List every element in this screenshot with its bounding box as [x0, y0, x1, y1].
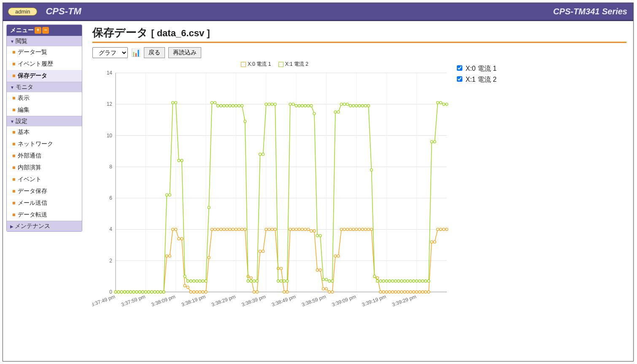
- svg-point-244: [394, 280, 397, 282]
- svg-point-59: [172, 228, 174, 230]
- svg-point-66: [193, 291, 195, 293]
- svg-point-103: [304, 228, 307, 230]
- svg-point-68: [199, 291, 201, 293]
- svg-point-259: [440, 102, 442, 104]
- svg-point-86: [253, 291, 255, 293]
- svg-point-154: [123, 291, 126, 293]
- svg-point-187: [223, 104, 225, 107]
- svg-text:14: 14: [107, 70, 113, 76]
- svg-point-204: [274, 103, 276, 105]
- svg-point-156: [130, 291, 132, 293]
- svg-point-231: [355, 104, 358, 107]
- svg-point-61: [178, 238, 180, 240]
- svg-point-203: [271, 103, 273, 105]
- svg-point-194: [244, 120, 246, 123]
- svg-point-120: [355, 228, 358, 230]
- svg-point-136: [403, 291, 406, 293]
- svg-point-225: [337, 111, 340, 113]
- svg-point-240: [382, 280, 385, 282]
- sidebar-item[interactable]: 外部通信: [7, 150, 82, 162]
- svg-point-222: [328, 280, 331, 282]
- svg-point-81: [238, 228, 240, 230]
- svg-text:8: 8: [109, 164, 112, 170]
- svg-point-246: [400, 280, 403, 282]
- svg-point-71: [208, 256, 210, 259]
- svg-point-207: [283, 280, 286, 282]
- svg-point-57: [165, 255, 168, 257]
- svg-point-198: [256, 280, 258, 282]
- svg-point-255: [427, 280, 430, 282]
- svg-point-193: [241, 104, 243, 107]
- sidebar-item[interactable]: データ保存: [7, 185, 82, 197]
- sidebar-item[interactable]: 基本: [7, 126, 82, 138]
- svg-point-190: [232, 104, 234, 107]
- page-title: 保存データ [ data_6.csv ]: [92, 25, 626, 40]
- svg-point-116: [343, 228, 345, 230]
- admin-button[interactable]: admin: [8, 8, 37, 16]
- svg-point-124: [367, 228, 370, 230]
- svg-point-158: [135, 291, 138, 293]
- svg-point-149: [443, 228, 445, 230]
- expand-all-button[interactable]: +: [35, 27, 41, 34]
- sidebar-item[interactable]: データ転送: [7, 209, 82, 221]
- svg-text:2: 2: [109, 258, 112, 264]
- svg-point-148: [440, 228, 442, 230]
- svg-point-214: [304, 104, 307, 107]
- chart-tool-icon[interactable]: 📊: [131, 48, 140, 57]
- main-content: 保存データ [ data_6.csv ] グラフ 📊 戻る 再読込み X:0 電…: [86, 21, 633, 361]
- svg-point-105: [310, 230, 313, 232]
- svg-point-239: [379, 280, 382, 282]
- svg-point-224: [334, 111, 337, 113]
- svg-point-168: [165, 194, 168, 196]
- svg-point-82: [241, 228, 243, 230]
- svg-point-170: [172, 102, 174, 104]
- svg-point-223: [331, 280, 334, 282]
- svg-point-250: [413, 280, 415, 282]
- svg-point-147: [437, 228, 439, 230]
- svg-point-243: [391, 280, 394, 282]
- svg-point-65: [189, 291, 192, 293]
- sidebar-item[interactable]: イベント: [7, 174, 82, 185]
- sidebar-category[interactable]: メンテナンス: [7, 221, 82, 231]
- sidebar-item[interactable]: 内部演算: [7, 162, 82, 174]
- svg-point-227: [343, 103, 345, 105]
- svg-point-67: [196, 291, 198, 293]
- sidebar-category[interactable]: 設定: [7, 116, 82, 126]
- sidebar-item[interactable]: 保存データ: [7, 70, 82, 82]
- reload-button[interactable]: 再読込み: [168, 47, 201, 58]
- back-button[interactable]: 戻る: [144, 47, 165, 58]
- svg-point-163: [151, 291, 153, 293]
- svg-point-157: [132, 291, 135, 293]
- svg-point-95: [280, 267, 283, 270]
- sidebar-category[interactable]: 閲覧: [7, 36, 82, 46]
- sidebar-item[interactable]: 表示: [7, 92, 82, 104]
- svg-point-174: [184, 275, 186, 278]
- svg-point-102: [301, 228, 303, 230]
- svg-point-134: [397, 291, 400, 293]
- sidebar-item[interactable]: メール送信: [7, 197, 82, 209]
- svg-point-254: [424, 280, 427, 282]
- chart-legend-top: X:0 電流 1 X:1 電流 2: [92, 61, 451, 68]
- sidebar-category[interactable]: モニタ: [7, 82, 82, 92]
- svg-point-109: [322, 288, 324, 290]
- svg-point-64: [186, 286, 189, 289]
- collapse-all-button[interactable]: −: [42, 27, 49, 34]
- svg-point-153: [120, 291, 123, 293]
- sidebar-item[interactable]: ネットワーク: [7, 138, 82, 150]
- sidebar-item[interactable]: データ一覧: [7, 46, 82, 58]
- svg-text:3:38:39 pm: 3:38:39 pm: [241, 294, 267, 308]
- series-toggle-0[interactable]: X:0 電流 1: [455, 64, 497, 73]
- series-toggle-1[interactable]: X:1 電流 2: [455, 75, 497, 84]
- svg-point-217: [313, 112, 316, 115]
- sidebar-item[interactable]: 編集: [7, 104, 82, 116]
- sidebar-item[interactable]: イベント履歴: [7, 58, 82, 70]
- svg-point-226: [340, 103, 343, 105]
- svg-point-91: [268, 228, 270, 230]
- svg-text:3:38:49 pm: 3:38:49 pm: [271, 294, 297, 308]
- view-select[interactable]: グラフ: [92, 47, 128, 58]
- svg-point-173: [181, 159, 183, 162]
- svg-point-89: [262, 250, 265, 252]
- svg-point-133: [394, 291, 397, 293]
- svg-point-137: [406, 291, 409, 293]
- svg-point-90: [265, 228, 267, 230]
